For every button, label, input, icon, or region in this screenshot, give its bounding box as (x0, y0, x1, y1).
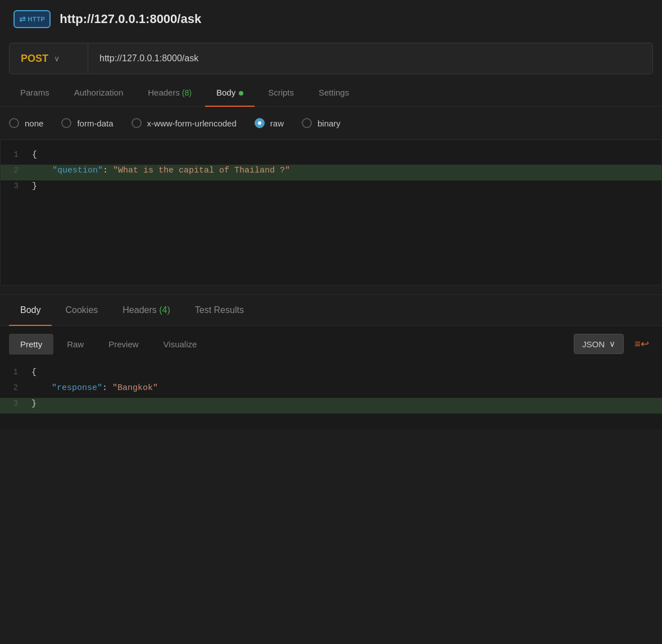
response-tabs: Body Cookies Headers (4) Test Results (0, 295, 662, 326)
tab-settings[interactable]: Settings (307, 79, 360, 106)
resp-line-number-2: 2 (0, 382, 27, 392)
visualize-button[interactable]: Visualize (152, 334, 208, 355)
tab-params[interactable]: Params (9, 79, 61, 106)
request-line-3: 3 } (1, 180, 661, 196)
radio-circle-form-data (61, 118, 71, 128)
line-content-2: "question": "What is the capital of Thai… (28, 165, 661, 176)
request-tabs: Params Authorization Headers (8) Body Sc… (0, 79, 662, 107)
tab-body[interactable]: Body (205, 79, 255, 106)
response-headers-badge: (4) (157, 305, 170, 315)
radio-circle-none (9, 118, 19, 128)
line-number-2: 2 (1, 165, 28, 175)
pretty-button[interactable]: Pretty (9, 334, 53, 355)
radio-binary[interactable]: binary (302, 118, 341, 128)
radio-circle-x-www (132, 118, 142, 128)
line-content-1: { (28, 149, 661, 161)
tab-scripts[interactable]: Scripts (257, 79, 305, 106)
radio-x-www[interactable]: x-www-form-urlencoded (132, 118, 237, 128)
preview-button[interactable]: Preview (97, 334, 149, 355)
line-content-3: } (28, 180, 661, 192)
method-label: POST (21, 53, 48, 65)
response-line-3: 3 } (0, 398, 662, 414)
wrap-button[interactable]: ≡↩ (631, 333, 653, 355)
response-toolbar: Pretty Raw Preview Visualize JSON ∨ ≡↩ (0, 326, 662, 362)
app-header: ⇄ HTTP http://127.0.0.1:8000/ask (0, 0, 662, 38)
response-line-1: 1 { (0, 366, 662, 382)
radio-circle-binary (302, 118, 312, 128)
body-dot (239, 91, 243, 96)
radio-raw[interactable]: raw (255, 118, 284, 128)
request-line-1: 1 { (1, 149, 661, 165)
chevron-down-icon: ∨ (609, 339, 615, 349)
radio-circle-raw (255, 118, 265, 128)
tab-headers[interactable]: Headers (8) (137, 79, 203, 106)
url-bar: POST ∨ (9, 43, 653, 74)
response-line-2: 2 "response": "Bangkok" (0, 382, 662, 398)
line-number-3: 3 (1, 180, 28, 191)
tab-authorization[interactable]: Authorization (63, 79, 135, 106)
response-tab-test-results[interactable]: Test Results (184, 295, 255, 325)
headers-badge: (8) (180, 88, 192, 97)
line-number-1: 1 (1, 149, 28, 159)
response-section: Body Cookies Headers (4) Test Results Pr… (0, 295, 662, 429)
method-selector[interactable]: POST ∨ (10, 43, 88, 74)
http-icon: ⇄ HTTP (13, 10, 51, 28)
resp-line-content-1: { (27, 366, 662, 378)
resp-line-content-3: } (27, 398, 662, 410)
wrap-icon: ≡↩ (634, 338, 649, 350)
radio-form-data[interactable]: form-data (61, 118, 113, 128)
response-body-editor: 1 { 2 "response": "Bangkok" 3 } (0, 362, 662, 429)
resp-line-number-1: 1 (0, 366, 27, 377)
response-tab-body[interactable]: Body (9, 295, 52, 325)
format-dropdown-label: JSON (582, 339, 605, 349)
response-tab-headers[interactable]: Headers (4) (111, 295, 181, 325)
url-input[interactable] (88, 43, 652, 74)
resp-line-content-2: "response": "Bangkok" (27, 382, 662, 394)
request-line-2: 2 "question": "What is the capital of Th… (1, 165, 661, 180)
header-url: http://127.0.0.1:8000/ask (60, 12, 201, 26)
raw-button[interactable]: Raw (56, 334, 95, 355)
response-tab-cookies[interactable]: Cookies (54, 295, 109, 325)
body-type-row: none form-data x-www-form-urlencoded raw… (0, 107, 662, 139)
radio-none[interactable]: none (9, 118, 43, 128)
chevron-down-icon: ∨ (54, 54, 60, 63)
format-dropdown[interactable]: JSON ∨ (574, 334, 624, 354)
request-body-editor[interactable]: 1 { 2 "question": "What is the capital o… (0, 139, 662, 285)
resp-line-number-3: 3 (0, 398, 27, 408)
